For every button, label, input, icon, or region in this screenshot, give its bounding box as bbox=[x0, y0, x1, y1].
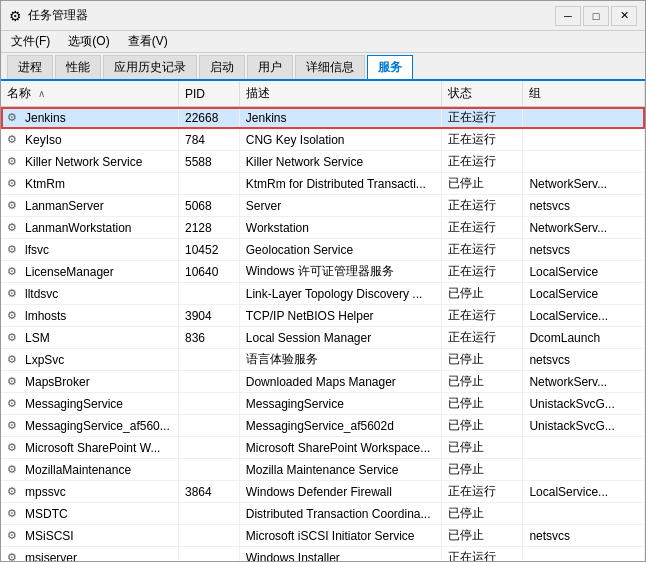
service-icon: ⚙ bbox=[7, 551, 21, 562]
service-name: MozillaMaintenance bbox=[25, 463, 131, 477]
tab-bar: 进程性能应用历史记录启动用户详细信息服务 bbox=[1, 53, 645, 81]
cell-desc: Mozilla Maintenance Service bbox=[239, 459, 442, 481]
tab-性能[interactable]: 性能 bbox=[55, 55, 101, 79]
table-row[interactable]: ⚙LSM836Local Session Manager正在运行DcomLaun… bbox=[1, 327, 645, 349]
cell-desc: Geolocation Service bbox=[239, 239, 442, 261]
cell-group bbox=[523, 503, 645, 525]
cell-pid: 3904 bbox=[179, 305, 240, 327]
table-row[interactable]: ⚙Killer Network Service5588Killer Networ… bbox=[1, 151, 645, 173]
tab-进程[interactable]: 进程 bbox=[7, 55, 53, 79]
table-row[interactable]: ⚙Jenkins22668Jenkins正在运行 bbox=[1, 107, 645, 129]
cell-name: ⚙MSDTC bbox=[1, 503, 179, 525]
cell-status: 正在运行 bbox=[442, 481, 523, 503]
cell-desc: MessagingService bbox=[239, 393, 442, 415]
table-row[interactable]: ⚙lltdsvcLink-Layer Topology Discovery ..… bbox=[1, 283, 645, 305]
cell-name: ⚙LxpSvc bbox=[1, 349, 179, 371]
cell-desc: CNG Key Isolation bbox=[239, 129, 442, 151]
table-row[interactable]: ⚙MSDTCDistributed Transaction Coordina..… bbox=[1, 503, 645, 525]
cell-name: ⚙lfsvc bbox=[1, 239, 179, 261]
cell-name: ⚙MapsBroker bbox=[1, 371, 179, 393]
cell-pid: 10452 bbox=[179, 239, 240, 261]
service-name: LanmanWorkstation bbox=[25, 221, 132, 235]
table-row[interactable]: ⚙MSiSCSIMicrosoft iSCSI Initiator Servic… bbox=[1, 525, 645, 547]
cell-desc: Microsoft iSCSI Initiator Service bbox=[239, 525, 442, 547]
cell-status: 已停止 bbox=[442, 525, 523, 547]
cell-desc: TCP/IP NetBIOS Helper bbox=[239, 305, 442, 327]
service-icon: ⚙ bbox=[7, 485, 21, 499]
table-row[interactable]: ⚙MozillaMaintenanceMozilla Maintenance S… bbox=[1, 459, 645, 481]
table-row[interactable]: ⚙mpssvc3864Windows Defender Firewall正在运行… bbox=[1, 481, 645, 503]
cell-group bbox=[523, 547, 645, 562]
app-icon: ⚙ bbox=[9, 8, 22, 24]
table-header: 名称 ∧ PID 描述 状态 组 bbox=[1, 81, 645, 107]
table-row[interactable]: ⚙MessagingService_af560...MessagingServi… bbox=[1, 415, 645, 437]
table-row[interactable]: ⚙KeyIso784CNG Key Isolation正在运行 bbox=[1, 129, 645, 151]
table-row[interactable]: ⚙Microsoft SharePoint W...Microsoft Shar… bbox=[1, 437, 645, 459]
col-header-desc[interactable]: 描述 bbox=[239, 81, 442, 107]
cell-name: ⚙MozillaMaintenance bbox=[1, 459, 179, 481]
task-manager-window: ⚙ 任务管理器 ─ □ ✕ 文件(F)选项(O)查看(V) 进程性能应用历史记录… bbox=[0, 0, 646, 562]
table-row[interactable]: ⚙lmhosts3904TCP/IP NetBIOS Helper正在运行Loc… bbox=[1, 305, 645, 327]
cell-pid: 784 bbox=[179, 129, 240, 151]
cell-desc: KtmRm for Distributed Transacti... bbox=[239, 173, 442, 195]
service-name: lltdsvc bbox=[25, 287, 58, 301]
cell-desc: Local Session Manager bbox=[239, 327, 442, 349]
cell-group bbox=[523, 459, 645, 481]
service-icon: ⚙ bbox=[7, 221, 21, 235]
table-row[interactable]: ⚙LxpSvc语言体验服务已停止netsvcs bbox=[1, 349, 645, 371]
service-name: Jenkins bbox=[25, 111, 66, 125]
table-row[interactable]: ⚙KtmRmKtmRm for Distributed Transacti...… bbox=[1, 173, 645, 195]
cell-name: ⚙MessagingService bbox=[1, 393, 179, 415]
service-name: KeyIso bbox=[25, 133, 62, 147]
cell-desc: Killer Network Service bbox=[239, 151, 442, 173]
tab-应用历史记录[interactable]: 应用历史记录 bbox=[103, 55, 197, 79]
service-icon: ⚙ bbox=[7, 133, 21, 147]
cell-group bbox=[523, 151, 645, 173]
services-table-container[interactable]: 名称 ∧ PID 描述 状态 组 bbox=[1, 81, 645, 561]
menu-item-选项(O)[interactable]: 选项(O) bbox=[64, 31, 113, 52]
table-row[interactable]: ⚙LanmanWorkstation2128Workstation正在运行Net… bbox=[1, 217, 645, 239]
col-header-status[interactable]: 状态 bbox=[442, 81, 523, 107]
col-header-name[interactable]: 名称 ∧ bbox=[1, 81, 179, 107]
table-row[interactable]: ⚙MapsBrokerDownloaded Maps Manager已停止Net… bbox=[1, 371, 645, 393]
table-row[interactable]: ⚙msiserverWindows Installer正在运行 bbox=[1, 547, 645, 562]
tab-用户[interactable]: 用户 bbox=[247, 55, 293, 79]
cell-name: ⚙LicenseManager bbox=[1, 261, 179, 283]
cell-group: netsvcs bbox=[523, 239, 645, 261]
col-header-pid[interactable]: PID bbox=[179, 81, 240, 107]
tab-启动[interactable]: 启动 bbox=[199, 55, 245, 79]
menu-item-查看(V)[interactable]: 查看(V) bbox=[124, 31, 172, 52]
table-row[interactable]: ⚙lfsvc10452Geolocation Service正在运行netsvc… bbox=[1, 239, 645, 261]
cell-name: ⚙LanmanServer bbox=[1, 195, 179, 217]
cell-name: ⚙Microsoft SharePoint W... bbox=[1, 437, 179, 459]
cell-pid: 836 bbox=[179, 327, 240, 349]
tab-详细信息[interactable]: 详细信息 bbox=[295, 55, 365, 79]
close-button[interactable]: ✕ bbox=[611, 6, 637, 26]
service-icon: ⚙ bbox=[7, 111, 21, 125]
table-row[interactable]: ⚙LanmanServer5068Server正在运行netsvcs bbox=[1, 195, 645, 217]
cell-status: 正在运行 bbox=[442, 107, 523, 129]
cell-pid bbox=[179, 349, 240, 371]
cell-pid: 5588 bbox=[179, 151, 240, 173]
cell-status: 已停止 bbox=[442, 437, 523, 459]
tab-服务[interactable]: 服务 bbox=[367, 55, 413, 79]
table-row[interactable]: ⚙LicenseManager10640Windows 许可证管理器服务正在运行… bbox=[1, 261, 645, 283]
service-icon: ⚙ bbox=[7, 441, 21, 455]
cell-status: 已停止 bbox=[442, 503, 523, 525]
col-header-group[interactable]: 组 bbox=[523, 81, 645, 107]
cell-name: ⚙lltdsvc bbox=[1, 283, 179, 305]
cell-status: 正在运行 bbox=[442, 195, 523, 217]
table-row[interactable]: ⚙MessagingServiceMessagingService已停止Unis… bbox=[1, 393, 645, 415]
service-icon: ⚙ bbox=[7, 397, 21, 411]
cell-group bbox=[523, 437, 645, 459]
cell-group bbox=[523, 129, 645, 151]
cell-status: 正在运行 bbox=[442, 327, 523, 349]
minimize-button[interactable]: ─ bbox=[555, 6, 581, 26]
service-name: msiserver bbox=[25, 551, 77, 562]
maximize-button[interactable]: □ bbox=[583, 6, 609, 26]
menu-item-文件(F)[interactable]: 文件(F) bbox=[7, 31, 54, 52]
service-icon: ⚙ bbox=[7, 353, 21, 367]
cell-group: NetworkServ... bbox=[523, 173, 645, 195]
cell-name: ⚙Killer Network Service bbox=[1, 151, 179, 173]
service-icon: ⚙ bbox=[7, 243, 21, 257]
